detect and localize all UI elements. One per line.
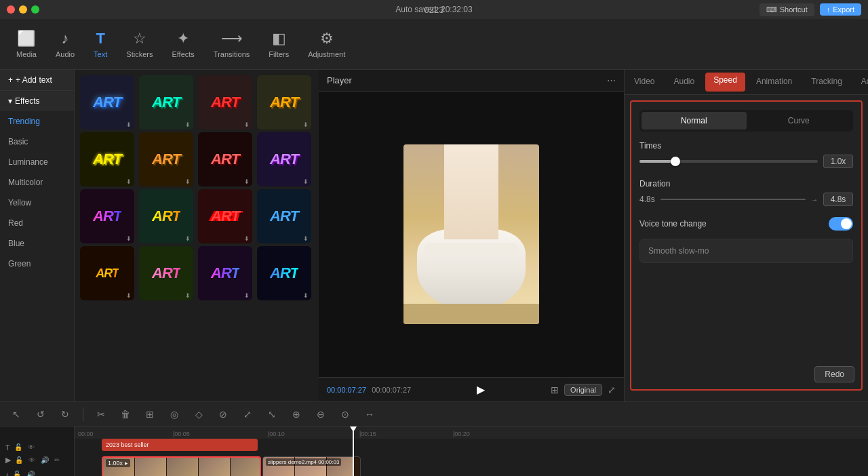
effect-item[interactable]: ART ⬇ bbox=[139, 246, 193, 300]
redo-tool[interactable]: ↻ bbox=[56, 405, 75, 424]
ruler-mark-2: |00:10 bbox=[268, 431, 285, 437]
effect-item[interactable]: ART ⬇ bbox=[80, 75, 134, 130]
effect-item[interactable]: ART ⬇ bbox=[139, 75, 193, 130]
smooth-slowmo-button[interactable]: Smooth slow-mo bbox=[639, 239, 853, 263]
toolbar-filters[interactable]: ◧ Filters bbox=[259, 26, 298, 62]
times-slider[interactable] bbox=[639, 160, 818, 163]
toolbar-audio[interactable]: ♪ Audio bbox=[46, 26, 84, 62]
effect-item[interactable]: ART ⬇ bbox=[257, 132, 311, 186]
plus-icon: + bbox=[8, 75, 13, 85]
add-tool[interactable]: ⊞ bbox=[140, 405, 159, 424]
resize-tool[interactable]: ↔ bbox=[360, 405, 379, 424]
toolbar-media[interactable]: ⬜ Media bbox=[7, 26, 46, 62]
export-button[interactable]: ↑ Export bbox=[820, 3, 861, 16]
edit-button[interactable]: ✏ bbox=[53, 456, 61, 464]
duration-end: 4.8s bbox=[823, 193, 853, 206]
toolbar-stickers[interactable]: ☆ Stickers bbox=[117, 26, 162, 62]
effect-item[interactable]: ART ⬇ bbox=[80, 132, 134, 186]
select-tool[interactable]: ↖ bbox=[7, 405, 26, 424]
visibility-button[interactable]: 👁 bbox=[26, 443, 36, 452]
fit-tool[interactable]: ⊙ bbox=[336, 405, 355, 424]
track-control-audio: ♪ 🔓 🔊 bbox=[3, 469, 71, 476]
filters-label: Filters bbox=[269, 50, 289, 58]
text-label: Text bbox=[94, 50, 107, 58]
grid-icon[interactable]: ⊞ bbox=[551, 384, 559, 395]
effect-item[interactable]: ART ⬇ bbox=[80, 246, 134, 300]
duration-track[interactable] bbox=[660, 199, 806, 200]
left-sidebar: + + Add text ▾ Effects Trending Basic Lu… bbox=[0, 70, 75, 401]
voice-tone-toggle[interactable] bbox=[829, 217, 853, 231]
sidebar-item-yellow[interactable]: Yellow bbox=[0, 193, 74, 213]
video-clip-second[interactable]: slippers demo2.mp4 00:00:03 bbox=[262, 456, 361, 476]
audio-mute-button[interactable]: 🔊 bbox=[39, 456, 50, 464]
text-clip[interactable]: 2023 best seller bbox=[102, 439, 258, 451]
tab-video[interactable]: Video bbox=[625, 70, 664, 94]
shortcut-button[interactable]: ⌨ Shortcut bbox=[760, 3, 814, 16]
maximize-button[interactable] bbox=[31, 5, 39, 14]
tab-speed[interactable]: Speed bbox=[705, 73, 745, 92]
fullscreen-icon[interactable]: ⤢ bbox=[608, 384, 616, 395]
times-row: Times 1.0x bbox=[639, 141, 853, 168]
sidebar-item-luminance[interactable]: Luminance bbox=[0, 152, 74, 172]
effect-item[interactable]: ART ⬇ bbox=[139, 132, 193, 186]
lock-button-v[interactable]: 🔓 bbox=[14, 456, 24, 464]
effect-item[interactable]: ART ⬇ bbox=[257, 189, 311, 243]
mute-tool[interactable]: ⊘ bbox=[214, 405, 233, 424]
speed-normal-tab[interactable]: Normal bbox=[642, 112, 747, 130]
tab-adjust[interactable]: Adjus... bbox=[852, 70, 868, 94]
original-badge[interactable]: Original bbox=[564, 384, 602, 396]
effect-item[interactable]: ART ⬇ bbox=[198, 189, 252, 243]
effects-label: Effects bbox=[172, 50, 194, 58]
visibility-button-v[interactable]: 👁 bbox=[27, 456, 37, 464]
toolbar-effects[interactable]: ✦ Effects bbox=[162, 26, 203, 62]
add-text-button[interactable]: + + Add text bbox=[0, 70, 74, 90]
effect-item[interactable]: ART ⬇ bbox=[198, 132, 252, 186]
ruler-mark-4: |00:20 bbox=[453, 431, 470, 437]
zoom-out-tool[interactable]: ⊖ bbox=[311, 405, 330, 424]
stickers-icon: ☆ bbox=[133, 30, 146, 47]
player-header: Player ⋯ bbox=[319, 70, 624, 92]
expand-tool[interactable]: ⤢ bbox=[238, 405, 257, 424]
effect-item[interactable]: ART ⬇ bbox=[80, 189, 134, 243]
toolbar-text[interactable]: T Text bbox=[84, 26, 117, 62]
zoom-in-tool[interactable]: ⊕ bbox=[287, 405, 306, 424]
close-button[interactable] bbox=[7, 5, 15, 14]
audio-volume-button[interactable]: 🔊 bbox=[25, 470, 36, 476]
circle-tool[interactable]: ◎ bbox=[165, 405, 184, 424]
sidebar-item-green[interactable]: Green bbox=[0, 254, 74, 274]
play-button[interactable]: ▶ bbox=[477, 383, 485, 396]
toolbar-adjustment[interactable]: ⚙ Adjustment bbox=[298, 26, 355, 62]
filters-icon: ◧ bbox=[272, 30, 286, 47]
sidebar-item-multicolor[interactable]: Multicolor bbox=[0, 172, 74, 193]
lock-button-a[interactable]: 🔓 bbox=[12, 470, 22, 476]
shrink-tool[interactable]: ⤡ bbox=[262, 405, 281, 424]
voice-tone-label: Voice tone change bbox=[639, 219, 707, 229]
speed-panel-container: Normal Curve Times 1.0x bbox=[625, 95, 868, 401]
split-tool[interactable]: ✂ bbox=[92, 405, 111, 424]
media-label: Media bbox=[16, 50, 37, 58]
sidebar-item-basic[interactable]: Basic bbox=[0, 132, 74, 152]
sidebar-item-blue[interactable]: Blue bbox=[0, 233, 74, 254]
redo-button[interactable]: Redo bbox=[814, 366, 854, 382]
sidebar-item-red[interactable]: Red bbox=[0, 213, 74, 233]
effect-item[interactable]: ART ⬇ bbox=[257, 246, 311, 300]
effect-item[interactable]: ART ⬇ bbox=[139, 189, 193, 243]
tab-audio[interactable]: Audio bbox=[664, 70, 704, 94]
toolbar-transitions[interactable]: ⟶ Transitions bbox=[204, 26, 259, 62]
speed-curve-tab[interactable]: Curve bbox=[747, 112, 852, 130]
tab-tracking[interactable]: Tracking bbox=[802, 70, 852, 94]
diamond-tool[interactable]: ◇ bbox=[189, 405, 208, 424]
video-clip-main[interactable]: 1.00x ▸ bbox=[102, 456, 261, 476]
undo-tool[interactable]: ↺ bbox=[31, 405, 50, 424]
minimize-button[interactable] bbox=[19, 5, 27, 14]
adjustment-icon: ⚙ bbox=[320, 30, 334, 47]
delete-tool[interactable]: 🗑 bbox=[116, 405, 135, 424]
effects-category-header[interactable]: ▾ Effects bbox=[0, 90, 74, 111]
sidebar-item-trending[interactable]: Trending bbox=[0, 111, 74, 132]
effect-item[interactable]: ART ⬇ bbox=[257, 75, 311, 130]
tab-animation[interactable]: Animation bbox=[747, 70, 802, 94]
player-menu-icon[interactable]: ⋯ bbox=[607, 75, 616, 85]
effect-item[interactable]: ART ⬇ bbox=[198, 75, 252, 130]
lock-button[interactable]: 🔓 bbox=[13, 443, 24, 452]
effect-item[interactable]: ART ⬇ bbox=[198, 246, 252, 300]
